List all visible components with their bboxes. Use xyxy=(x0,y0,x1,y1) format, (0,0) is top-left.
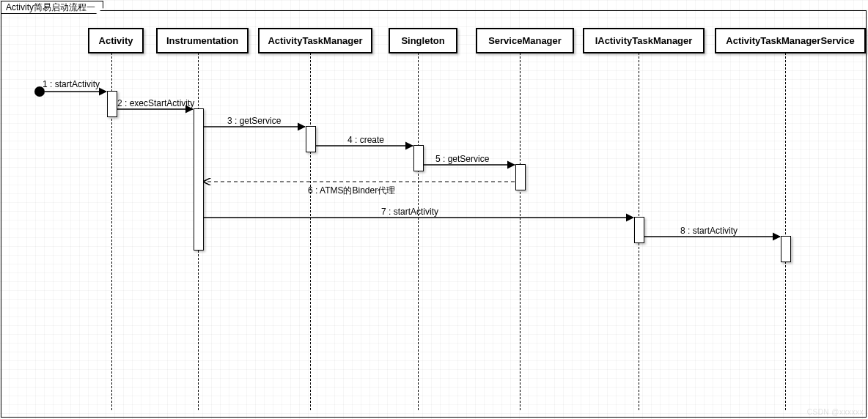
msg-6-label: 6 : ATMS的Binder代理 xyxy=(308,185,395,197)
participant-iactivitytaskmanager: IActivityTaskManager xyxy=(583,28,705,53)
lifeline-activitytaskmanagerservice xyxy=(785,53,786,410)
activation-singleton xyxy=(413,145,424,171)
participant-instrumentation: Instrumentation xyxy=(156,28,249,53)
diagram-title: Activity简易启动流程一 xyxy=(1,1,103,14)
msg-8-label: 8 : startActivity xyxy=(680,226,738,236)
msg-7-label: 7 : startActivity xyxy=(381,207,438,217)
lifeline-servicemanager xyxy=(520,53,521,410)
participant-singleton: Singleton xyxy=(389,28,457,53)
msg-2-label: 2 : execStartActivity xyxy=(117,98,194,108)
activation-activity xyxy=(107,91,117,117)
msg-5-label: 5 : getService xyxy=(435,154,489,164)
participant-activity: Activity xyxy=(88,28,144,53)
participant-servicemanager: ServiceManager xyxy=(476,28,574,53)
activation-instrumentation xyxy=(194,108,204,251)
participant-activitytaskmanagerservice: ActivityTaskManagerService xyxy=(715,28,866,53)
activation-atm xyxy=(306,126,316,152)
watermark: CSDN @xxxxxx xyxy=(807,408,864,416)
msg-1-label: 1 : startActivity xyxy=(43,79,100,89)
msg-3-label: 3 : getService xyxy=(227,116,281,126)
activation-atms xyxy=(781,236,791,262)
participant-activitytaskmanager: ActivityTaskManager xyxy=(258,28,372,53)
lifeline-singleton xyxy=(418,53,419,410)
activation-servicemanager xyxy=(515,164,526,190)
msg-4-label: 4 : create xyxy=(347,135,384,145)
activation-iatm xyxy=(634,217,644,243)
lifeline-activitytaskmanager xyxy=(310,53,311,410)
